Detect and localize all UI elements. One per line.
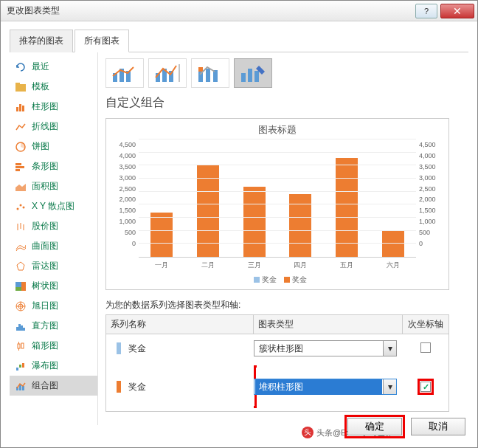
ok-button[interactable]: 确定 (347, 418, 402, 435)
sidebar-item-template[interactable]: 模板 (10, 77, 97, 97)
sidebar-item-treemap[interactable]: 树状图 (10, 276, 97, 296)
tab-recommended[interactable]: 推荐的图表 (10, 30, 73, 52)
series-name: 奖金 (128, 342, 254, 355)
legend-label-2: 奖金 (292, 275, 307, 283)
bars-container (139, 139, 416, 257)
sidebar-item-waterfall[interactable]: 瀑布图 (10, 356, 97, 376)
series-table-header: 系列名称 图表类型 次坐标轴 (106, 315, 448, 334)
svg-rect-17 (21, 282, 26, 291)
svg-rect-3 (19, 104, 21, 111)
pie-icon (14, 142, 27, 152)
svg-rect-36 (22, 386, 24, 390)
sidebar-item-sunburst[interactable]: 旭日图 (10, 296, 97, 316)
sunburst-icon (14, 301, 27, 311)
combo-subtype-1[interactable] (105, 58, 144, 88)
sidebar-item-surface[interactable]: 曲面图 (10, 236, 97, 256)
sidebar-item-histogram[interactable]: 直方图 (10, 316, 97, 336)
sidebar-item-label: 旭日图 (32, 300, 58, 312)
legend-swatch-1 (254, 277, 260, 283)
svg-rect-8 (15, 169, 20, 171)
chevron-down-icon[interactable]: ▾ (383, 379, 396, 394)
chart-type-sidebar: 最近模板柱形图折线图饼图条形图面积图X Y 散点图股价图曲面图雷达图树状图旭日图… (10, 52, 98, 425)
chart-legend: 奖金 奖金 (114, 275, 441, 285)
sidebar-item-label: 股价图 (32, 220, 58, 232)
sidebar-item-label: 面积图 (32, 180, 58, 193)
header-chart-type: 图表类型 (254, 315, 403, 334)
sidebar-item-label: 直方图 (32, 320, 58, 332)
help-button[interactable]: ? (415, 4, 437, 18)
y-axis-right: 4,5004,0003,5003,0002,5002,0001,5001,000… (416, 139, 441, 258)
svg-point-10 (20, 204, 22, 206)
combo-subtype-3[interactable] (191, 58, 229, 88)
sidebar-item-line[interactable]: 折线图 (10, 117, 97, 137)
chart-bar (243, 187, 266, 257)
dialog-body: 最近模板柱形图折线图饼图条形图面积图X Y 散点图股价图曲面图雷达图树状图旭日图… (10, 52, 468, 425)
combo-subtype-2[interactable] (148, 58, 187, 88)
svg-point-9 (17, 207, 19, 210)
svg-rect-30 (21, 343, 24, 348)
svg-rect-35 (19, 385, 21, 390)
chart-title: 图表标题 (114, 123, 441, 137)
secondary-axis-checkbox[interactable] (420, 342, 431, 353)
sidebar-item-scatter[interactable]: X Y 散点图 (10, 196, 97, 216)
dialog-window: 更改图表类型 ? ✕ 推荐的图表 所有图表 最近模板柱形图折线图饼图条形图面积图… (0, 0, 478, 448)
column-icon (14, 102, 27, 112)
close-button[interactable]: ✕ (440, 4, 474, 18)
series-table: 系列名称 图表类型 次坐标轴 奖金 簇状柱形图▾ 奖金 堆积柱形图▾ (105, 314, 449, 412)
sidebar-item-box[interactable]: 箱形图 (10, 336, 97, 356)
svg-rect-32 (19, 365, 21, 368)
svg-rect-48 (241, 73, 246, 82)
sidebar-item-area[interactable]: 面积图 (10, 176, 97, 196)
radar-icon (14, 261, 27, 272)
sidebar-item-radar[interactable]: 雷达图 (10, 256, 97, 276)
template-icon (14, 82, 27, 92)
combo-subtype-custom[interactable] (234, 58, 272, 88)
chart-bar (336, 158, 358, 257)
secondary-axis-checkbox[interactable] (420, 382, 431, 392)
cancel-button[interactable]: 取消 (411, 418, 465, 435)
sidebar-item-label: 组合图 (32, 379, 58, 392)
plot-area (139, 139, 416, 258)
chart-area: 4,5004,0003,5003,0002,5002,0001,5001,000… (114, 139, 441, 258)
dialog-footer: 确定 取消 (344, 415, 465, 438)
sidebar-item-label: 折线图 (32, 120, 58, 133)
window-controls: ? ✕ (415, 4, 477, 18)
combo-subtype-row (105, 58, 461, 88)
sidebar-item-recent[interactable]: 最近 (10, 57, 97, 77)
header-series-name: 系列名称 (106, 315, 254, 334)
svg-rect-33 (22, 363, 24, 368)
sidebar-item-label: 最近 (32, 61, 49, 73)
header-secondary-axis: 次坐标轴 (403, 315, 448, 334)
y-axis-left: 4,5004,0003,5003,0002,5002,0001,5001,000… (114, 139, 139, 258)
sidebar-item-label: 瀑布图 (32, 359, 58, 372)
svg-rect-4 (22, 106, 24, 111)
svg-rect-16 (15, 282, 21, 287)
sidebar-item-bar[interactable]: 条形图 (10, 156, 97, 176)
chart-type-dropdown[interactable]: 簇状柱形图▾ (254, 340, 397, 356)
area-icon (14, 182, 27, 192)
watermark-icon: 头 (302, 427, 314, 438)
histogram-icon (14, 321, 27, 331)
sidebar-item-stock[interactable]: 股价图 (10, 216, 97, 236)
tab-all-charts[interactable]: 所有图表 (75, 30, 129, 52)
series-instruction: 为您的数据系列选择图表类型和轴: (105, 299, 461, 311)
sidebar-item-label: 曲面图 (32, 240, 58, 252)
series-color-swatch (117, 342, 121, 354)
sidebar-item-pie[interactable]: 饼图 (10, 137, 97, 156)
svg-rect-1 (15, 83, 20, 85)
svg-rect-50 (254, 71, 259, 82)
series-row: 奖金 簇状柱形图▾ (106, 334, 448, 362)
svg-rect-31 (16, 368, 18, 371)
sidebar-item-combo[interactable]: 组合图 (10, 376, 97, 396)
sidebar-item-label: X Y 散点图 (32, 200, 75, 213)
svg-point-11 (23, 206, 25, 208)
chart-type-highlight: 堆积柱形图▾ (254, 365, 397, 408)
chart-preview: 图表标题 4,5004,0003,5003,0002,5002,0001,500… (105, 118, 449, 290)
chevron-down-icon[interactable]: ▾ (383, 341, 396, 356)
chart-type-dropdown[interactable]: 堆积柱形图▾ (254, 379, 397, 395)
ok-highlight: 确定 (344, 415, 405, 438)
surface-icon (14, 241, 27, 252)
sidebar-item-column[interactable]: 柱形图 (10, 97, 97, 117)
series-row: 奖金 堆积柱形图▾ (106, 362, 448, 411)
sidebar-item-label: 箱形图 (32, 340, 58, 352)
